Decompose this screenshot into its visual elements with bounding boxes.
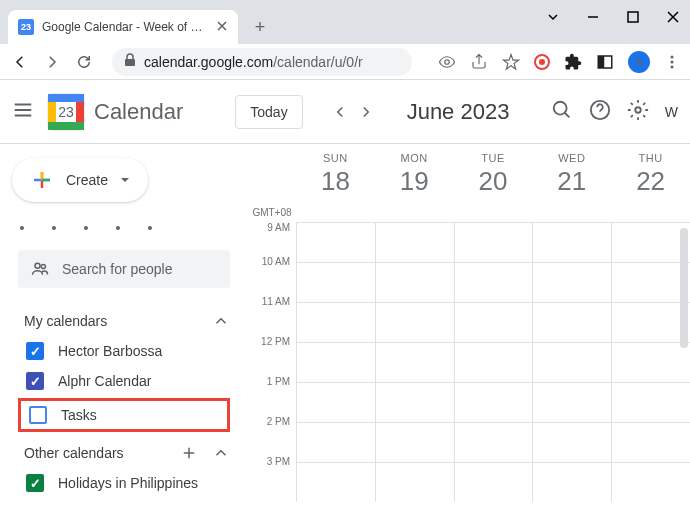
svg-point-6 xyxy=(671,60,674,63)
today-button[interactable]: Today xyxy=(235,95,302,129)
day-header-mon[interactable]: MON19 xyxy=(375,144,454,222)
favicon: 23 xyxy=(18,19,34,35)
my-calendars-header[interactable]: My calendars xyxy=(0,306,248,336)
calendar-item-holidays[interactable]: Holidays in Philippines xyxy=(0,468,248,498)
calendar-grid: GMT+08 SUN18 MON19 TUE20 WED21 THU22 9 A… xyxy=(248,144,690,513)
create-label: Create xyxy=(66,172,108,188)
day-header-wed[interactable]: WED21 xyxy=(532,144,611,222)
scrollbar[interactable] xyxy=(680,228,688,348)
new-tab-button[interactable]: + xyxy=(246,13,274,41)
svg-point-16 xyxy=(635,107,641,113)
create-button[interactable]: Create xyxy=(12,158,148,202)
svg-rect-4 xyxy=(598,56,604,68)
calendar-item-alphr[interactable]: Alphr Calendar xyxy=(0,366,248,396)
svg-point-2 xyxy=(445,59,450,64)
checkbox-checked[interactable] xyxy=(26,342,44,360)
chevron-down-icon[interactable] xyxy=(544,8,562,26)
calendar-item-tasks[interactable]: Tasks xyxy=(21,401,227,429)
help-icon[interactable] xyxy=(589,99,611,125)
menu-icon[interactable] xyxy=(12,99,34,125)
highlighted-annotation: Tasks xyxy=(18,398,230,432)
browser-tab[interactable]: 23 Google Calendar - Week of June xyxy=(8,10,238,44)
minimize-icon[interactable] xyxy=(584,8,602,26)
close-window-icon[interactable] xyxy=(664,8,682,26)
svg-rect-9 xyxy=(48,94,84,102)
url-text: calendar.google.com/calendar/u/0/r xyxy=(144,54,363,70)
svg-point-17 xyxy=(35,263,40,268)
browser-tab-strip: 23 Google Calendar - Week of June + xyxy=(0,0,690,44)
day-header-sun[interactable]: SUN18 xyxy=(296,144,375,222)
address-bar: calendar.google.com/calendar/u/0/r A xyxy=(0,44,690,80)
sidebar: Create Search for people My calendars He… xyxy=(0,144,248,513)
gear-icon[interactable] xyxy=(627,99,649,125)
day-header-thu[interactable]: THU22 xyxy=(611,144,690,222)
chevron-up-icon xyxy=(212,312,230,330)
record-icon[interactable] xyxy=(534,54,550,70)
forward-icon[interactable] xyxy=(42,53,62,71)
view-switcher-partial[interactable]: W xyxy=(665,104,678,120)
svg-point-18 xyxy=(41,264,45,268)
app-name: Calendar xyxy=(94,99,183,125)
tab-title: Google Calendar - Week of June xyxy=(42,20,208,34)
eye-icon[interactable] xyxy=(438,53,456,71)
avatar[interactable]: A xyxy=(628,51,650,73)
search-people-placeholder: Search for people xyxy=(62,261,173,277)
mini-calendar-partial xyxy=(20,226,228,238)
svg-point-5 xyxy=(671,55,674,58)
window-controls xyxy=(544,8,682,26)
svg-point-14 xyxy=(554,101,567,114)
grid-body[interactable] xyxy=(296,222,690,513)
app-header: 23 Calendar Today June 2023 W xyxy=(0,80,690,144)
checkbox-checked[interactable] xyxy=(26,474,44,492)
calendar-label: Alphr Calendar xyxy=(58,373,151,389)
calendar-label: Hector Barbossa xyxy=(58,343,162,359)
month-label: June 2023 xyxy=(407,99,510,125)
svg-rect-1 xyxy=(125,59,135,66)
kebab-icon[interactable] xyxy=(664,54,680,70)
svg-text:23: 23 xyxy=(58,104,74,120)
people-icon xyxy=(30,259,50,279)
search-icon[interactable] xyxy=(551,99,573,125)
search-people-input[interactable]: Search for people xyxy=(18,250,230,288)
prev-icon[interactable] xyxy=(331,103,349,121)
checkbox-unchecked[interactable] xyxy=(29,406,47,424)
plus-icon[interactable] xyxy=(180,444,198,462)
star-icon[interactable] xyxy=(502,53,520,71)
close-icon[interactable] xyxy=(216,18,228,36)
share-icon[interactable] xyxy=(470,53,488,71)
checkbox-checked[interactable] xyxy=(26,372,44,390)
day-header-tue[interactable]: TUE20 xyxy=(454,144,533,222)
lock-icon xyxy=(124,53,136,71)
calendar-item-hector[interactable]: Hector Barbossa xyxy=(0,336,248,366)
svg-rect-0 xyxy=(628,12,638,22)
maximize-icon[interactable] xyxy=(624,8,642,26)
calendar-label: Holidays in Philippines xyxy=(58,475,198,491)
url-input[interactable]: calendar.google.com/calendar/u/0/r xyxy=(112,48,412,76)
extensions-icon[interactable] xyxy=(564,53,582,71)
svg-point-7 xyxy=(671,65,674,68)
back-icon[interactable] xyxy=(10,53,30,71)
chevron-up-icon xyxy=(212,444,230,462)
svg-rect-11 xyxy=(48,102,56,122)
dropdown-icon xyxy=(120,175,130,185)
panel-icon[interactable] xyxy=(596,53,614,71)
timezone-label: GMT+08 xyxy=(248,144,296,222)
calendar-logo[interactable]: 23 Calendar xyxy=(46,92,183,132)
other-calendars-header[interactable]: Other calendars xyxy=(0,438,248,468)
calendar-label: Tasks xyxy=(61,407,97,423)
svg-rect-10 xyxy=(48,122,84,130)
next-icon[interactable] xyxy=(357,103,375,121)
svg-rect-12 xyxy=(76,102,84,122)
time-labels: 9 AM 10 AM 11 AM 12 PM 1 PM 2 PM 3 PM xyxy=(248,222,296,513)
reload-icon[interactable] xyxy=(74,53,94,71)
